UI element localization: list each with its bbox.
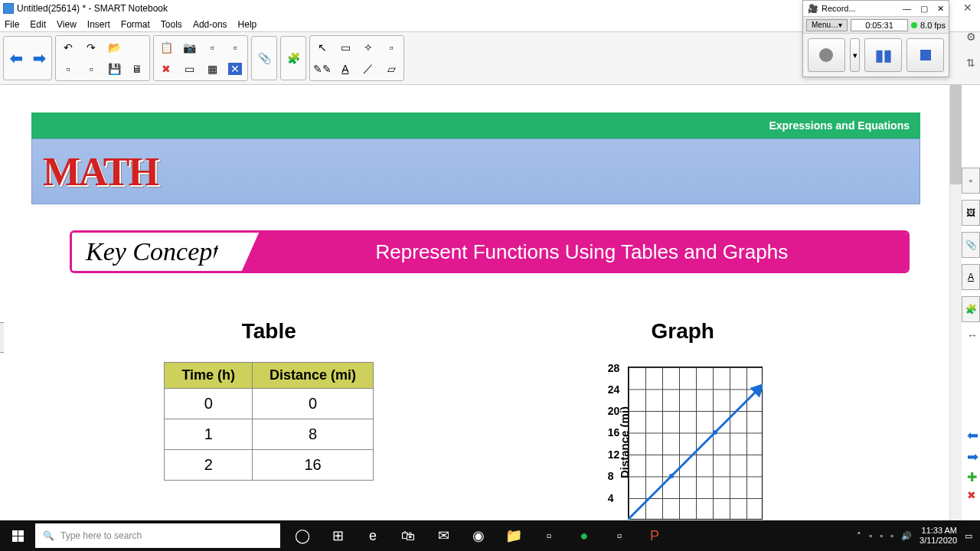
svg-point-2 <box>669 474 674 478</box>
pens-tool[interactable]: ✎✎ <box>312 59 333 79</box>
move-toolbar-icon[interactable]: ⇅ <box>966 57 975 69</box>
stop-button[interactable] <box>906 38 944 72</box>
clipboard-button[interactable]: 📎 <box>253 38 275 78</box>
next-page-button[interactable]: ➡ <box>28 38 50 78</box>
pause-button[interactable]: ▮▮ <box>864 38 902 72</box>
menu-edit[interactable]: Edit <box>30 19 46 30</box>
cortana-icon[interactable]: ◯ <box>285 520 320 551</box>
screen-shade-button[interactable]: ▭ <box>178 59 200 79</box>
edge-icon[interactable]: e <box>355 520 390 551</box>
recorder-title: Record... <box>822 4 856 13</box>
edge-del-icon[interactable]: ✖ <box>967 489 978 501</box>
menu-addons[interactable]: Add-ons <box>193 19 227 30</box>
mail-icon[interactable]: ✉ <box>426 520 461 551</box>
redo-button[interactable]: ↷ <box>80 37 102 57</box>
eraser-tool[interactable]: ▱ <box>381 59 402 79</box>
delete-button[interactable]: ✖ <box>155 59 177 79</box>
notebook-icon[interactable]: ▫ <box>531 520 567 551</box>
search-placeholder: Type here to search <box>60 530 142 541</box>
menu-format[interactable]: Format <box>121 19 150 30</box>
right-tool-column: ⚙ ⇅ <box>963 31 978 69</box>
ytick: 4 <box>608 492 614 504</box>
save-button[interactable]: 💾 <box>103 59 125 79</box>
undo-button[interactable]: ↶ <box>57 37 79 57</box>
notifications-icon[interactable]: ▭ <box>965 531 972 541</box>
chrome-icon[interactable]: ◉ <box>461 520 496 551</box>
graph-line <box>628 367 763 520</box>
table-row: 00 <box>165 389 374 419</box>
prev-page-button[interactable]: ⬅ <box>5 38 27 78</box>
edge-nav: ↔ ⬅ ➡ ✚ ✖ <box>967 329 978 501</box>
open-button[interactable]: 📂 <box>103 37 125 57</box>
minimize-icon[interactable]: — <box>903 4 911 13</box>
table-header-time: Time (h) <box>165 363 253 389</box>
page-sorter-tab[interactable]: ▫ <box>962 168 980 194</box>
recorder-menu[interactable]: Menu… ▾ <box>806 19 848 31</box>
paste-button[interactable]: 📋 <box>155 37 177 57</box>
system-tray: ˄ ▫ ▫ ▫ 🔊 11:33 AM 3/11/2020 ▭ <box>857 526 980 546</box>
powerpoint-icon[interactable]: P <box>637 520 672 551</box>
close-icon[interactable]: ✕ <box>963 2 972 14</box>
tray-app-icon[interactable]: ▫ <box>869 531 872 540</box>
vertical-scrollbar[interactable] <box>949 85 962 526</box>
svg-line-0 <box>628 388 760 520</box>
topic-text: Expressions and Equations <box>769 119 910 132</box>
maximize-icon[interactable]: ▢ <box>920 4 928 14</box>
settings-icon[interactable]: ⚙ <box>966 31 976 43</box>
taskview-icon[interactable]: ⊞ <box>320 520 355 551</box>
menu-tools[interactable]: Tools <box>161 19 182 30</box>
edge-next-icon[interactable]: ➡ <box>967 448 978 465</box>
store-icon[interactable]: 🛍 <box>390 520 426 551</box>
explorer-icon[interactable]: 📁 <box>496 520 531 551</box>
rec-close-icon[interactable]: ✕ <box>937 4 944 14</box>
delete-page-button[interactable]: ▫ <box>80 59 102 79</box>
select-tool[interactable]: ↖ <box>312 37 333 57</box>
record-dropdown[interactable]: ▾ <box>850 38 861 72</box>
app-icon-1[interactable]: ▫ <box>602 520 637 551</box>
recorder-window[interactable]: 🎥 Record... — ▢ ✕ Menu… ▾ 0:05:31 8.0 fp… <box>802 0 949 77</box>
tray-network-icon[interactable]: ▫ <box>890 531 893 540</box>
edge-add-icon[interactable]: ✚ <box>967 470 978 484</box>
side-tabs: ▫ 🖼 📎 A 🧩 <box>962 168 980 322</box>
data-table: Time (h) Distance (mi) 00 18 216 <box>164 362 374 481</box>
tray-up-icon[interactable]: ˄ <box>857 531 861 541</box>
record-button[interactable] <box>808 38 845 72</box>
line-tool[interactable]: ／ <box>358 59 379 79</box>
start-button[interactable] <box>0 520 35 551</box>
addon-button[interactable]: 🧩 <box>283 38 304 78</box>
magic-pen-tool[interactable]: ✧ <box>358 37 379 57</box>
doc-camera-button[interactable]: ▫ <box>201 37 223 57</box>
recorder-fps: 8.0 fps <box>920 21 946 30</box>
table-column: Table Time (h) Distance (mi) 00 18 216 <box>62 319 476 523</box>
page-canvas[interactable]: Expressions and Equations MATH Key Conce… <box>4 85 948 526</box>
tray-volume-icon[interactable]: 🔊 <box>901 531 912 541</box>
tray-battery-icon[interactable]: ▫ <box>880 531 883 540</box>
menu-insert[interactable]: Insert <box>87 19 110 30</box>
new-page-button[interactable]: ▫ <box>57 59 79 79</box>
svg-point-3 <box>713 430 717 435</box>
graph: Distance (mi) 28 24 20 16 12 8 4 <box>591 362 775 523</box>
gallery-tab[interactable]: 🖼 <box>962 200 980 226</box>
text-tool[interactable]: A <box>335 59 356 79</box>
insert-button[interactable]: ▫ <box>224 37 246 57</box>
addons-tab[interactable]: 🧩 <box>962 296 980 322</box>
edge-prev-icon[interactable]: ⬅ <box>967 427 978 444</box>
menu-file[interactable]: File <box>5 19 19 30</box>
taskbar-search[interactable]: 🔍 Type here to search <box>35 523 280 548</box>
close-tool-button[interactable]: ✕ <box>224 59 246 79</box>
spotify-icon[interactable]: ● <box>567 520 602 551</box>
table-button[interactable]: ▦ <box>201 59 223 79</box>
menu-help[interactable]: Help <box>238 19 257 30</box>
fill-tool[interactable]: ▫ <box>381 37 402 57</box>
taskbar-clock[interactable]: 11:33 AM 3/11/2020 <box>920 526 957 546</box>
properties-tab[interactable]: A <box>962 264 980 290</box>
recorder-icon: 🎥 <box>808 4 818 14</box>
shape-tool[interactable]: ▭ <box>335 37 356 57</box>
resize-h-icon[interactable]: ↔ <box>967 329 978 341</box>
attachments-tab[interactable]: 📎 <box>962 232 980 258</box>
menu-view[interactable]: View <box>57 19 77 30</box>
capture-button[interactable]: 📷 <box>178 37 200 57</box>
screen-button[interactable]: 🖥 <box>126 59 148 79</box>
svg-point-4 <box>757 386 762 390</box>
banner: MATH <box>31 139 920 204</box>
